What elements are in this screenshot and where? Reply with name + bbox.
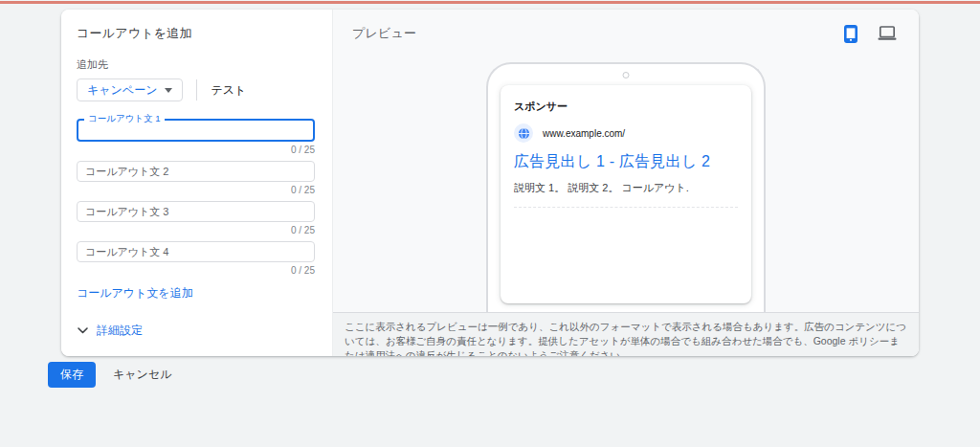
preview-panel: プレビュー: [332, 10, 919, 356]
campaign-name: テスト: [211, 82, 246, 99]
phone-camera-dot: [623, 72, 630, 78]
vertical-divider: [196, 79, 197, 101]
callout-input-2[interactable]: [77, 161, 315, 182]
display-url: www.example.com/: [543, 128, 625, 139]
add-callout-text-link[interactable]: コールアウト文を追加: [77, 285, 193, 302]
char-counter-3: 0 / 25: [77, 225, 315, 235]
ad-headline: 広告見出し 1 - 広告見出し 2: [514, 152, 738, 172]
add-to-label: 追加先: [77, 57, 317, 72]
sponsored-label: スポンサー: [514, 100, 738, 114]
advanced-settings-label: 詳細設定: [97, 323, 143, 339]
dialog-footer: 保存 キャンセル: [48, 362, 171, 388]
callout-form-panel: コールアウトを追加 追加先 キャンペーン テスト コールアウト文 1 0 / 2…: [61, 10, 332, 356]
add-callout-dialog: コールアウトを追加 追加先 キャンペーン テスト コールアウト文 1 0 / 2…: [61, 10, 919, 356]
char-counter-4: 0 / 25: [77, 265, 315, 276]
ad-divider: [514, 207, 738, 208]
callout-input-4[interactable]: [77, 241, 315, 262]
add-to-row: キャンペーン テスト: [77, 78, 317, 101]
callout-text-field-3: [77, 201, 315, 222]
callout-text-field-4: [77, 241, 315, 262]
advanced-settings-toggle[interactable]: 詳細設定: [77, 323, 317, 339]
callout-input-3[interactable]: [77, 201, 315, 222]
save-button[interactable]: 保存: [48, 362, 96, 388]
dialog-title: コールアウトを追加: [77, 25, 317, 42]
ad-url-row: www.example.com/: [514, 123, 738, 143]
chevron-down-icon: [77, 324, 89, 337]
level-dropdown-value: キャンペーン: [87, 82, 157, 99]
callout-field-block-1: コールアウト文 1 0 / 25: [77, 119, 317, 155]
callout-text-field-1: コールアウト文 1: [77, 119, 315, 142]
top-accent-line: [0, 1, 980, 4]
ad-description: 説明文 1。 説明文 2。 コールアウト.: [514, 181, 738, 195]
dropdown-arrow-icon: [165, 88, 172, 93]
phone-mockup: スポンサー www.example.com/ 広告見出し 1 - 広告見出し 2: [486, 62, 766, 312]
preview-disclaimer: ここに表示されるプレビューは一例であり、これ以外のフォーマットで表示される場合も…: [333, 312, 919, 356]
char-counter-2: 0 / 25: [77, 185, 315, 195]
char-counter-1: 0 / 25: [77, 145, 315, 155]
globe-icon: [514, 123, 533, 143]
preview-viewport: スポンサー www.example.com/ 広告見出し 1 - 広告見出し 2: [333, 10, 919, 312]
cancel-button[interactable]: キャンセル: [113, 367, 171, 383]
callout-field-block-3: 0 / 25: [77, 201, 317, 235]
callout-text-field-2: [77, 161, 315, 182]
callout-field-block-4: 0 / 25: [77, 241, 317, 276]
ad-preview-card: スポンサー www.example.com/ 広告見出し 1 - 広告見出し 2: [501, 85, 751, 303]
callout-field-block-2: 0 / 25: [77, 161, 317, 195]
level-dropdown[interactable]: キャンペーン: [77, 78, 183, 101]
callout-field-1-label: コールアウト文 1: [84, 113, 165, 123]
